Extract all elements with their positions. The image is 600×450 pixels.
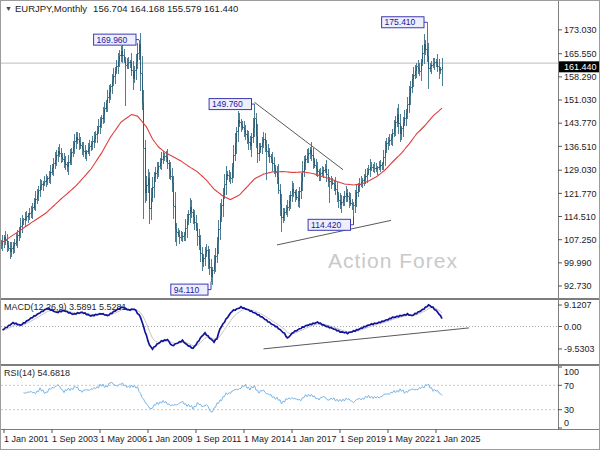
chart-title: ▼EURJPY,Monthly156.704 164.168 155.579 1…	[5, 3, 238, 14]
rsi-tick-label: 100	[564, 367, 579, 377]
price-bars-bodies	[1, 44, 442, 276]
trendline-1[interactable]	[255, 102, 344, 169]
rsi-panel[interactable]	[1, 382, 558, 412]
time-tick-label: 1 Jan 2001	[4, 434, 49, 444]
annotation-label: 175.410	[385, 17, 416, 27]
rsi-tick-label: 0	[564, 418, 569, 428]
time-tick-label: 1 Jan 2025	[436, 434, 481, 444]
annotation-label: 149.760	[212, 99, 243, 109]
time-tick-label: 1 Jan 2009	[148, 434, 193, 444]
price-tick-label: 151.030	[564, 95, 597, 105]
annotation-label: 169.960	[97, 35, 128, 45]
price-annotation[interactable]: 114.420	[308, 217, 353, 231]
price-tick-label: 143.770	[564, 118, 597, 128]
price-tick-label: 173.030	[564, 25, 597, 35]
price-tick-label: 158.290	[564, 72, 597, 82]
current-price-label: 161.440	[564, 62, 597, 72]
price-annotation[interactable]: 149.760	[209, 99, 254, 110]
price-bars-outline	[1, 22, 443, 285]
time-tick-label: 1 Sep 2019	[340, 434, 386, 444]
time-tick-label: 1 Jan 2017	[292, 434, 337, 444]
price-panel[interactable]: 169.960175.410149.760114.42094.110	[1, 17, 558, 295]
collapse-chart-icon[interactable]: ▼	[5, 5, 12, 12]
price-tick-label: 107.250	[564, 235, 597, 245]
price-annotation[interactable]: 169.960	[94, 34, 139, 45]
price-tick-label: 114.510	[564, 212, 596, 222]
price-tick-label: 99.990	[564, 258, 592, 268]
time-tick-label: 1 May 2022	[388, 434, 435, 444]
macd-tick-label: 0.00	[564, 322, 582, 332]
panel-separator-1[interactable]	[1, 298, 600, 300]
price-tick-label: 121.770	[564, 189, 597, 199]
time-tick-label: 1 Sep 2003	[52, 434, 98, 444]
rsi-tick-label: 30	[564, 405, 574, 415]
time-tick-label: 1 Sep 2011	[196, 434, 241, 444]
price-tick-label: 129.030	[564, 165, 597, 175]
rsi-tick-label: 70	[564, 381, 574, 391]
rsi-line	[24, 382, 443, 412]
time-tick-label: 1 May 2006	[100, 434, 147, 444]
price-tick-label: 92.730	[564, 281, 592, 291]
moving-average-line	[1, 108, 442, 243]
price-annotation[interactable]: 175.410	[382, 17, 427, 28]
chart-canvas[interactable]: 169.960175.410149.760114.42094.110173.03…	[1, 1, 600, 450]
macd-indicator-label: MACD(12,26,9) 3.5891 5.5281	[4, 302, 127, 312]
price-tick-label: 136.510	[564, 142, 597, 152]
macd-tick-label: -9.5303	[564, 344, 595, 354]
annotation-label: 94.110	[174, 285, 200, 295]
symbol-period-label: EURJPY,Monthly	[15, 3, 87, 14]
ohlc-values: 156.704 164.168 155.579 161.440	[93, 3, 238, 14]
panel-separator-2[interactable]	[1, 364, 600, 366]
chart-window: ▼EURJPY,Monthly156.704 164.168 155.579 1…	[0, 0, 600, 450]
annotation-label: 114.420	[311, 220, 341, 230]
price-annotation[interactable]: 94.110	[171, 282, 211, 296]
time-tick-label: 1 May 2014	[244, 434, 291, 444]
macd-tick-label: 9.1207	[564, 300, 592, 310]
price-tick-label: 165.550	[564, 49, 597, 59]
rsi-indicator-label: RSI(14) 54.6818	[4, 368, 70, 378]
